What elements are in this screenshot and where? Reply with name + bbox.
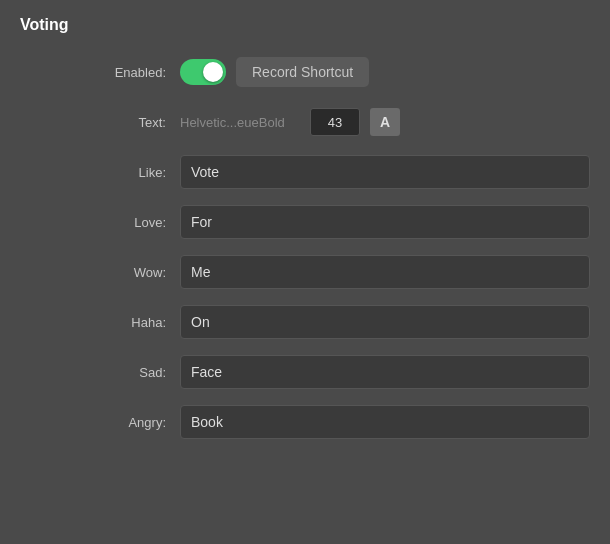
love-controls xyxy=(180,205,590,239)
enabled-row: Enabled: Record Shortcut xyxy=(20,52,590,92)
text-label: Text: xyxy=(20,115,180,130)
wow-row: Wow: xyxy=(20,252,590,292)
angry-row: Angry: xyxy=(20,402,590,442)
angry-input[interactable] xyxy=(180,405,590,439)
wow-label: Wow: xyxy=(20,265,180,280)
font-name-display: Helvetic...eueBold xyxy=(180,115,300,130)
wow-controls xyxy=(180,255,590,289)
haha-input[interactable] xyxy=(180,305,590,339)
haha-controls xyxy=(180,305,590,339)
like-controls xyxy=(180,155,590,189)
haha-row: Haha: xyxy=(20,302,590,342)
love-label: Love: xyxy=(20,215,180,230)
wow-input[interactable] xyxy=(180,255,590,289)
sad-row: Sad: xyxy=(20,352,590,392)
love-row: Love: xyxy=(20,202,590,242)
like-label: Like: xyxy=(20,165,180,180)
sad-controls xyxy=(180,355,590,389)
enabled-controls: Record Shortcut xyxy=(180,57,590,87)
sad-label: Sad: xyxy=(20,365,180,380)
page-title: Voting xyxy=(20,16,590,34)
angry-label: Angry: xyxy=(20,415,180,430)
record-shortcut-button[interactable]: Record Shortcut xyxy=(236,57,369,87)
toggle-thumb xyxy=(203,62,223,82)
font-size-input[interactable] xyxy=(310,108,360,136)
toggle-track xyxy=(180,59,226,85)
sad-input[interactable] xyxy=(180,355,590,389)
love-input[interactable] xyxy=(180,205,590,239)
text-controls: Helvetic...eueBold A xyxy=(180,108,590,136)
like-row: Like: xyxy=(20,152,590,192)
text-row: Text: Helvetic...eueBold A xyxy=(20,102,590,142)
font-bold-button[interactable]: A xyxy=(370,108,400,136)
angry-controls xyxy=(180,405,590,439)
enabled-toggle[interactable] xyxy=(180,59,226,85)
enabled-label: Enabled: xyxy=(20,65,180,80)
like-input[interactable] xyxy=(180,155,590,189)
haha-label: Haha: xyxy=(20,315,180,330)
page-container: Voting Enabled: Record Shortcut Text: He… xyxy=(0,0,610,544)
